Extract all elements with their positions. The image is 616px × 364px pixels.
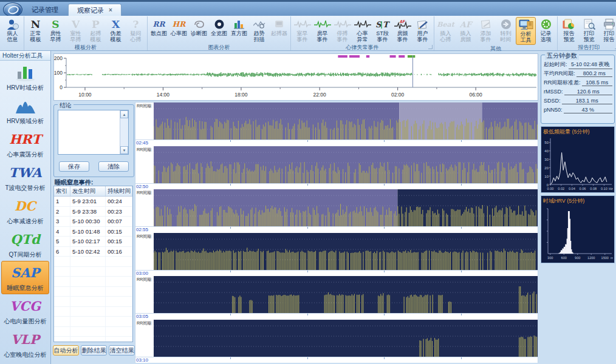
chart-diagnosis-button[interactable]: 诊断图 [189,17,209,44]
template-normal-button[interactable]: N正常 模板 [26,17,46,44]
auto-analyze-button[interactable]: 自动分析 [53,345,79,356]
analysis-tools-button[interactable]: 分析 工具 [516,17,536,45]
table-row[interactable]: 25-9 23:3800:23 [54,207,132,217]
print-preview-icon [583,18,595,31]
group-dialog-launcher-icon[interactable] [428,45,433,49]
table-row[interactable] [54,327,132,337]
clear-result-button[interactable]: 清空结果 [109,345,135,356]
tab-observe-record-label: 观察记录 [77,6,104,15]
apnea-col-header[interactable]: 索引 [54,186,70,196]
hrt-icon: HRT [9,129,41,150]
vcg-icon: VCG [10,296,41,317]
insert-af-button: AF插入 房颤 [456,17,476,44]
sidebar-item-sap[interactable]: SAP睡眠窒息分析 [1,261,49,294]
table-row[interactable] [54,287,132,297]
table-row[interactable] [54,337,132,342]
chart-overview-button[interactable]: 全览图 [209,17,229,44]
record-options-button[interactable]: 记录 选项 [536,17,556,44]
template-artifact-button[interactable]: X伪差 模板 [106,17,126,44]
conclusion-scrollbar[interactable]: ▲ ▼ [120,110,128,154]
table-row[interactable] [54,267,132,277]
goto-time-button: 转到 时间 [496,17,516,44]
rr-time-strip [135,357,538,363]
report-preview-icon [563,18,575,31]
apnea-events-table[interactable]: 索引发生时间持续时间15-9 23:0100:2425-9 23:3800:23… [53,186,133,342]
table-row[interactable]: 45-10 01:4800:15 [54,227,132,237]
event-st-button[interactable]: STST段 事件 [372,17,392,44]
print-report-button[interactable]: 打印 报告 [599,17,616,44]
rr-panel-03:10[interactable]: RR间期15001000500(ms)03:10 [135,320,538,363]
rr-panel-02:45[interactable]: RR间期15001000500(ms)02:45 [135,103,538,146]
sidebar-item-hrt[interactable]: HRT心率震荡分析 [1,127,49,161]
chart-trend-scan-button[interactable]: 趋势 扫描 [249,17,269,44]
sidebar-item-twa[interactable]: TWAT波电交替分析 [1,161,49,194]
event-user-button[interactable]: 用户 事件 [412,17,433,44]
clear-button[interactable]: 清除 [98,161,129,172]
record-options-label: 记录 选项 [541,31,552,43]
table-row[interactable]: 35-10 00:3000:07 [54,217,132,227]
chart-overview-label: 全览图 [211,31,227,43]
table-row[interactable] [54,297,132,307]
chart-histogram-button[interactable]: 直方图 [229,17,249,44]
event-af-button[interactable]: AF房颤 事件 [392,17,412,44]
rr-panel-03:00[interactable]: RR间期15001000500(ms)03:00 [135,233,538,276]
save-button[interactable]: 保存 [59,161,89,172]
chart-rr-scatter-button[interactable]: RR散点图 [149,17,169,44]
rr-panel-02:50[interactable]: RR间期15001000500(ms)02:50 [135,146,538,189]
sidebar-item-dc[interactable]: DC心率减速分析 [1,194,49,228]
apnea-col-header[interactable]: 发生时间 [70,186,106,196]
table-row[interactable] [54,257,132,267]
table-cell [54,297,70,306]
template-paced-label: 起搏 模板 [91,31,101,43]
patient-info-label: 病人 信息 [7,31,18,43]
apnea-col-header[interactable]: 持续时间 [106,186,132,196]
svg-text:0: 0 [547,183,549,187]
event-st-label: ST段 事件 [376,31,389,43]
table-cell: 00:24 [106,197,132,206]
print-preview-button[interactable]: 打印 预览 [579,17,599,44]
scroll-up-icon[interactable]: ▲ [120,110,128,118]
table-row[interactable] [54,307,132,317]
tab-record-management[interactable]: 记录管理 [23,4,67,16]
table-row[interactable]: 15-9 23:0100:24 [54,197,132,207]
event-pause-button: 停搏 事件 [332,17,352,44]
sidebar-item-hrv-time[interactable]: HRV时域分析 [1,61,49,94]
sidebar-item-hrv-freq[interactable]: HRV频域分析 [1,94,49,127]
report-preview-button[interactable]: 报告 预览 [559,17,579,44]
table-row[interactable]: 55-10 02:1700:15 [54,237,132,247]
delete-result-button[interactable]: 删除结果 [81,345,107,356]
table-row[interactable] [54,277,132,287]
heart-rate-trend-chart[interactable]: 010020010:0014:0018:0022:0002:0006:00 [53,53,538,101]
event-apb-button[interactable]: 房早 事件 [312,17,332,44]
table-cell: 5-10 01:48 [70,227,106,237]
sidebar-item-vcg[interactable]: VCG心电向量图分析 [1,294,49,328]
table-row[interactable] [54,317,132,327]
table-row[interactable]: 65-10 02:4200:16 [54,247,132,257]
rr-panel-03:05[interactable]: RR间期15001000500(ms)03:05 [135,276,538,319]
patient-info-button[interactable]: 病人 信息 [2,17,22,44]
vcg-label: 心电向量图分析 [4,317,47,326]
rr-time-strip [135,140,538,146]
table-cell: 00:15 [106,237,132,246]
event-hr-abnormal-button[interactable]: 心率 异常 [352,17,372,44]
twa-label: T波电交替分析 [5,184,45,192]
conclusion-textarea[interactable]: ▲ ▼ [58,110,129,155]
table-cell: 5-9 23:01 [70,197,106,206]
scroll-down-icon[interactable]: ▼ [120,146,128,154]
sidebar-item-qtd[interactable]: QTdQT间期分析 [1,228,49,261]
close-tab-icon[interactable]: × [109,7,112,14]
rr-panel-timestamp: 03:10 [136,357,148,363]
template-atrial-premature-button[interactable]: S房性 早搏 [46,17,66,44]
app-menu-orb-icon[interactable] [3,2,22,17]
svg-text:100: 100 [54,70,63,76]
tab-observe-record[interactable]: 观察记录 × [68,4,121,16]
table-cell [54,307,70,317]
svg-text:02:00: 02:00 [391,92,405,98]
table-cell [54,337,70,342]
rr-panel-02:55[interactable]: RR间期15001000500(ms)02:55 [135,189,538,232]
sidebar-item-vlp[interactable]: VLP心室晚电位分析 [1,328,49,361]
param-value: 800.2 ms [577,70,613,77]
conclusion-legend: 结论 [58,101,74,110]
chart-heart-rate-button[interactable]: HR心率图 [169,17,189,44]
table-cell: 5-9 23:38 [70,207,106,217]
